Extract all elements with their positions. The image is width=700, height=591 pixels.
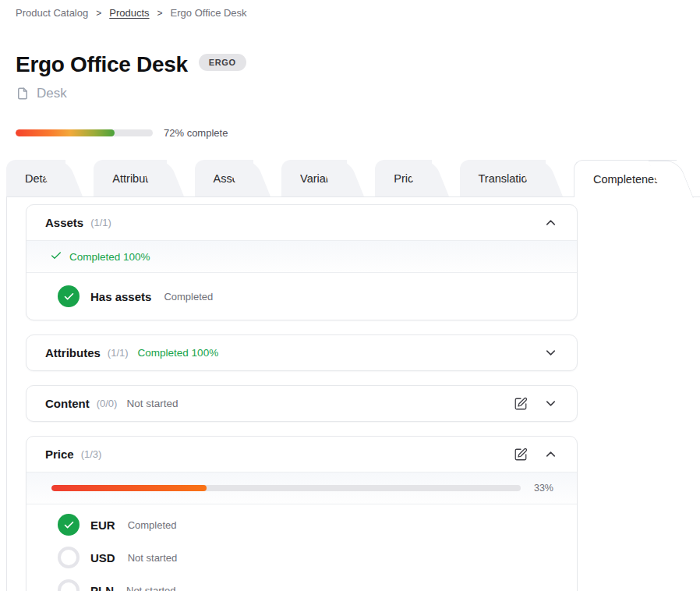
section-status: Not started — [126, 398, 178, 409]
section-title: Content — [45, 397, 90, 410]
tab-translations[interactable]: Translations — [460, 160, 546, 196]
breadcrumb-item-current: Ergo Office Desk — [171, 7, 247, 19]
family-row: Desk — [16, 86, 700, 101]
tab-completeness[interactable]: Completeness — [574, 160, 677, 197]
product-page: Product Catalog > Products > Ergo Office… — [0, 0, 700, 591]
price-progress-fill — [51, 485, 207, 491]
currency-name: USD — [90, 551, 115, 564]
price-progress-bar — [51, 485, 521, 491]
breadcrumb: Product Catalog > Products > Ergo Office… — [0, 0, 700, 19]
summary-label: Completed 100% — [69, 251, 150, 263]
currency-row-pln: PLN Not started — [27, 574, 577, 591]
check-circle-icon — [58, 514, 80, 536]
tab-bar: Details Attributes Assets Variants Price… — [0, 160, 700, 196]
section-price-header[interactable]: Price (1/3) — [27, 437, 577, 472]
section-count: (0/0) — [97, 398, 118, 409]
tab-prices[interactable]: Prices — [375, 160, 431, 196]
section-attributes: Attributes (1/1) Completed 100% — [26, 334, 578, 371]
breadcrumb-item-product-catalog[interactable]: Product Catalog — [16, 7, 88, 19]
section-attributes-header[interactable]: Attributes (1/1) Completed 100% — [27, 335, 577, 370]
currency-row-usd: USD Not started — [27, 541, 577, 574]
chevron-down-icon[interactable] — [543, 396, 558, 411]
section-title: Price — [45, 448, 74, 461]
currency-row-eur: EUR Completed — [27, 508, 577, 541]
empty-circle-icon — [58, 547, 80, 568]
currency-name: PLN — [90, 584, 114, 591]
overall-progress-label: 72% complete — [164, 127, 228, 139]
family-label: Desk — [37, 86, 67, 101]
page-title: Ergo Office Desk — [16, 51, 188, 78]
tab-attributes[interactable]: Attributes — [94, 160, 166, 196]
overall-progress-fill — [16, 129, 115, 136]
empty-circle-icon — [58, 579, 80, 591]
tab-variants[interactable]: Variants — [281, 160, 347, 196]
section-assets-summary: Completed 100% — [27, 241, 577, 272]
tab-details[interactable]: Details — [6, 160, 65, 196]
breadcrumb-separator: > — [96, 8, 101, 19]
overall-progress-bar — [16, 129, 153, 136]
chevron-up-icon[interactable] — [543, 215, 558, 230]
section-status: Completed 100% — [138, 347, 219, 359]
price-progress: 33% — [27, 472, 577, 504]
currency-status: Completed — [128, 519, 177, 531]
requirement-name: Has assets — [90, 290, 151, 303]
section-count: (1/1) — [90, 217, 111, 228]
requirement-row-has-assets: Has assets Completed — [27, 273, 577, 320]
title-row: Ergo Office Desk ERGO — [16, 51, 700, 78]
section-title: Assets — [45, 216, 83, 229]
currency-name: EUR — [90, 518, 115, 532]
overall-progress: 72% complete — [16, 127, 700, 139]
price-progress-label: 33% — [532, 483, 553, 494]
section-content: Content (0/0) Not started — [26, 385, 578, 422]
section-content-header[interactable]: Content (0/0) Not started — [27, 386, 577, 421]
section-assets-header[interactable]: Assets (1/1) — [27, 205, 577, 240]
breadcrumb-separator: > — [157, 8, 163, 19]
currency-status: Not started — [126, 585, 176, 591]
chevron-up-icon[interactable] — [543, 447, 558, 462]
edit-icon[interactable] — [514, 397, 528, 411]
section-price: Price (1/3) 33% — [26, 436, 578, 591]
section-title: Attributes — [45, 346, 101, 359]
check-circle-icon — [58, 285, 80, 307]
section-count: (1/3) — [81, 448, 102, 460]
product-sku-badge: ERGO — [199, 54, 246, 71]
edit-icon[interactable] — [514, 448, 528, 462]
currency-status: Not started — [128, 552, 178, 564]
section-assets: Assets (1/1) Completed 100% Has assets — [26, 204, 578, 320]
completeness-panel: Assets (1/1) Completed 100% Has assets — [6, 196, 700, 591]
section-count: (1/1) — [108, 347, 129, 359]
breadcrumb-item-products[interactable]: Products — [109, 7, 149, 19]
tab-assets[interactable]: Assets — [195, 160, 254, 196]
requirement-status: Completed — [164, 291, 213, 303]
file-icon — [16, 87, 30, 101]
check-icon — [50, 249, 62, 264]
chevron-down-icon[interactable] — [543, 345, 558, 360]
